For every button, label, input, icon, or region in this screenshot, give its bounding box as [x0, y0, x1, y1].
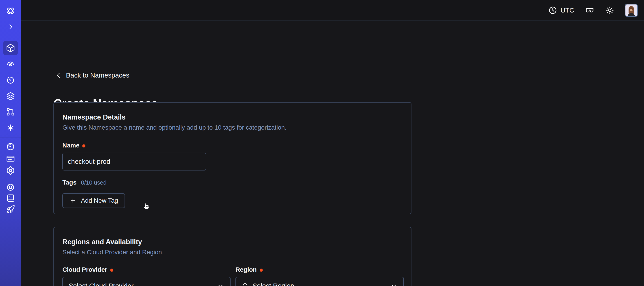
region-label-row: Region [236, 266, 404, 273]
cloud-provider-label: Cloud Provider [62, 266, 107, 273]
mouse-pointer-hand-cursor [141, 199, 153, 212]
sidebar-item-namespaces-cube-icon[interactable] [6, 43, 15, 53]
search-icon [242, 282, 249, 286]
back-label: Back to Namespaces [66, 71, 129, 79]
sidebar-divider [0, 179, 21, 179]
reading-glasses-icon[interactable] [584, 5, 595, 15]
required-dot [110, 269, 113, 272]
clock-icon [548, 5, 558, 15]
main-content: Back to Namespaces Create Namespace Name… [21, 22, 644, 286]
region-select[interactable]: Select Region [236, 277, 404, 286]
namespace-name-input[interactable] [62, 153, 206, 171]
cloud-provider-placeholder: Select Cloud Provider [69, 282, 213, 286]
topbar: UTC [21, 0, 644, 21]
plus-icon [70, 197, 76, 204]
add-new-tag-label: Add New Tag [81, 197, 118, 204]
sidebar-item-getting-started-rocket-icon[interactable] [6, 205, 15, 214]
name-label: Name [62, 142, 80, 149]
card-title: Namespace Details [62, 113, 402, 121]
add-new-tag-button[interactable]: Add New Tag [62, 193, 125, 208]
tags-used-counter: 0/10 used [81, 179, 106, 186]
region-column: Region Select Region [236, 266, 404, 286]
sidebar [0, 0, 21, 286]
cloud-provider-column: Cloud Provider Select Cloud Provider [62, 266, 230, 286]
sidebar-item-support-lifebuoy-icon[interactable] [6, 183, 15, 192]
sidebar-item-settings-gear-icon[interactable] [6, 166, 15, 175]
app-root: UTC [0, 0, 644, 286]
region-placeholder: Select Region [252, 282, 386, 286]
chevron-left-icon [55, 72, 62, 79]
tags-label: Tags [62, 179, 76, 186]
sidebar-divider [0, 137, 21, 137]
cloud-provider-select[interactable]: Select Cloud Provider [62, 277, 230, 286]
theme-toggle-sun-icon[interactable] [605, 5, 614, 15]
user-avatar[interactable] [625, 4, 638, 17]
chevron-down-icon [217, 282, 224, 286]
timezone-label: UTC [560, 7, 574, 14]
chevron-down-icon [390, 282, 398, 286]
sidebar-item-workflows-spiral-icon[interactable] [6, 59, 15, 69]
temporal-logo-icon[interactable] [5, 5, 16, 16]
cloud-provider-label-row: Cloud Provider [62, 266, 230, 273]
sidebar-item-docs-book-icon[interactable] [6, 194, 15, 203]
card-subtitle: Select a Cloud Provider and Region. [62, 249, 402, 256]
required-dot [82, 144, 86, 147]
name-label-row: Name [62, 142, 402, 149]
expand-sidebar-chevron-right-icon[interactable] [7, 23, 14, 31]
region-label: Region [236, 266, 257, 273]
back-to-namespaces-link[interactable]: Back to Namespaces [55, 71, 129, 79]
sidebar-item-deployments-layers-icon[interactable] [6, 91, 15, 101]
sidebar-item-usage-gauge-icon[interactable] [6, 142, 15, 151]
sidebar-item-batch-operations-branch-icon[interactable] [6, 107, 15, 116]
sidebar-item-nexus-asterisk-icon[interactable] [6, 123, 15, 132]
regions-availability-card: Regions and Availability Select a Cloud … [54, 227, 412, 286]
card-title: Regions and Availability [62, 238, 402, 246]
sidebar-item-billing-credit-card-icon[interactable] [6, 154, 15, 163]
namespace-details-card: Namespace Details Give this Namespace a … [54, 102, 412, 214]
timezone-selector[interactable]: UTC [548, 5, 574, 15]
tags-label-row: Tags 0/10 used [62, 179, 402, 186]
required-dot [260, 269, 263, 272]
card-subtitle: Give this Namespace a name and optionall… [62, 124, 402, 131]
sidebar-item-schedules-timer-icon[interactable] [6, 75, 15, 85]
